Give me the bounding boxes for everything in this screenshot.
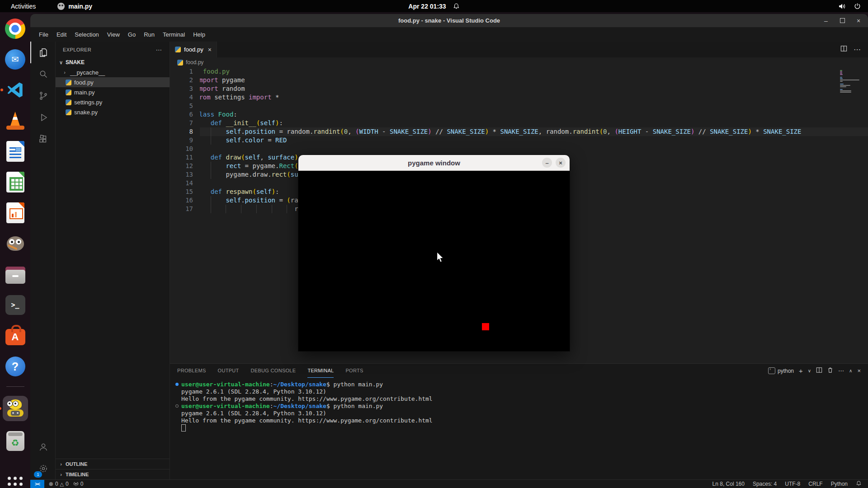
explorer-more-icon[interactable]: ⋯ [156, 46, 162, 53]
close-button[interactable]: × [855, 18, 862, 24]
vlc-icon[interactable] [5, 110, 26, 131]
indentation[interactable]: Spaces: 4 [753, 481, 777, 487]
pygame-close-button[interactable]: × [556, 158, 566, 168]
timeline-section[interactable]: › TIMELINE [56, 469, 170, 479]
chrome-icon[interactable] [5, 18, 26, 39]
code-line[interactable]: import pygame [200, 76, 868, 84]
shell-selector[interactable]: python [768, 367, 794, 374]
terminal-app-icon[interactable]: >_ [5, 294, 26, 316]
terminal-cursor [181, 424, 186, 432]
eol-sequence[interactable]: CRLF [808, 481, 822, 487]
menu-help[interactable]: Help [189, 31, 209, 38]
split-terminal-icon[interactable] [816, 367, 822, 375]
remote-indicator[interactable]: >< [30, 480, 44, 488]
split-editor-icon[interactable] [840, 45, 847, 54]
activities-button[interactable]: Activities [7, 3, 39, 10]
tab-ports[interactable]: PORTS [345, 364, 363, 378]
ubuntu-software-icon[interactable]: A [5, 325, 26, 347]
python-file-icon [66, 89, 71, 95]
problems-status[interactable]: ⊗ 0 △ 0 [49, 481, 69, 487]
tab-output[interactable]: OUTPUT [218, 364, 239, 378]
minimap[interactable] [840, 70, 861, 93]
terminal-content[interactable]: user@user-virtual-machine:~/Desktop/snak… [170, 378, 868, 479]
thunderbird-icon[interactable]: ✉ [5, 48, 26, 70]
editor-more-icon[interactable]: ⋯ [854, 45, 861, 54]
cursor-position[interactable]: Ln 8, Col 160 [712, 481, 745, 487]
libreoffice-calc-icon[interactable] [5, 171, 26, 193]
radio-tower-icon [73, 481, 79, 487]
tab-terminal[interactable]: TERMINAL [307, 364, 334, 378]
code-line[interactable] [200, 102, 868, 110]
run-debug-icon[interactable] [30, 107, 55, 128]
maximize-panel-icon[interactable]: ∧ [849, 368, 852, 373]
file-settings-py[interactable]: settings.py [56, 97, 170, 107]
menu-terminal[interactable]: Terminal [159, 31, 189, 38]
maximize-button[interactable] [839, 18, 845, 24]
encoding[interactable]: UTF-8 [785, 481, 800, 487]
new-terminal-icon[interactable]: + [799, 367, 803, 375]
clock[interactable]: Apr 22 01:33 [408, 3, 446, 10]
code-line[interactable]: from settings import * [200, 93, 868, 102]
pygame-minimize-button[interactable]: – [542, 158, 552, 168]
notifications-bell-icon[interactable] [856, 480, 862, 488]
folder-pycache[interactable]: › __pycache__ [56, 67, 170, 77]
trash-icon[interactable]: ♻ [5, 430, 26, 452]
code-line[interactable]: # food.py [200, 67, 868, 76]
menu-selection[interactable]: Selection [71, 31, 103, 38]
menu-view[interactable]: View [103, 31, 124, 38]
code-line[interactable]: self.color = RED [200, 136, 868, 145]
menu-file[interactable]: File [35, 31, 52, 38]
pygame-game-surface[interactable] [298, 171, 570, 351]
code-line[interactable]: self.position = random.randint(0, (WIDTH… [200, 127, 868, 136]
file-snake-py[interactable]: snake.py [56, 107, 170, 117]
extensions-icon[interactable] [30, 128, 55, 150]
tab-food-py[interactable]: food.py × [170, 42, 217, 57]
project-section-snake[interactable]: ∨ SNAKE [56, 57, 170, 67]
show-applications-icon[interactable] [5, 470, 26, 488]
panel-more-icon[interactable]: ⋯ [838, 367, 844, 374]
gimp-icon[interactable] [5, 233, 26, 254]
files-icon[interactable] [5, 263, 26, 285]
explorer-icon[interactable] [30, 42, 55, 63]
tab-problems[interactable]: PROBLEMS [177, 364, 206, 378]
volume-icon[interactable] [839, 3, 846, 9]
ports-status[interactable]: 0 [73, 481, 84, 487]
notification-bell-icon[interactable] [453, 3, 460, 9]
tab-close-icon[interactable]: × [208, 46, 212, 53]
menu-go[interactable]: Go [124, 31, 140, 38]
tab-debug-console[interactable]: DEBUG CONSOLE [251, 364, 296, 378]
code-line[interactable]: def __init__(self): [200, 119, 868, 127]
libreoffice-writer-icon[interactable] [5, 141, 26, 162]
language-mode[interactable]: Python [831, 481, 848, 487]
code-line[interactable]: import random [200, 84, 868, 93]
minimize-button[interactable]: – [823, 18, 829, 24]
outline-section[interactable]: › OUTLINE [56, 459, 170, 469]
breadcrumb[interactable]: food.py [170, 57, 868, 67]
command-success-dot[interactable] [175, 383, 179, 386]
vscode-icon[interactable] [5, 79, 26, 101]
menu-edit[interactable]: Edit [52, 31, 71, 38]
vscode-titlebar[interactable]: food.py - snake - Visual Studio Code – × [30, 14, 868, 28]
command-marker-circle[interactable] [175, 404, 179, 408]
account-icon[interactable] [30, 436, 55, 458]
libreoffice-impress-icon[interactable] [5, 202, 26, 224]
menu-run[interactable]: Run [140, 31, 159, 38]
pygame-titlebar[interactable]: pygame window – × [298, 155, 570, 171]
search-icon[interactable] [30, 63, 55, 85]
pygame-app-icon[interactable] [3, 396, 28, 421]
code-line[interactable]: class Food: [200, 110, 868, 119]
settings-gear-icon[interactable]: 1 [30, 458, 55, 479]
explorer-title: EXPLORER [63, 47, 91, 52]
close-panel-icon[interactable]: × [857, 367, 861, 374]
file-main-py[interactable]: main.py [56, 87, 170, 97]
power-icon[interactable] [854, 3, 861, 9]
code-line[interactable] [200, 145, 868, 153]
source-control-icon[interactable] [30, 85, 55, 107]
focused-app-indicator[interactable]: main.py [57, 3, 92, 10]
file-food-py[interactable]: food.py [56, 77, 170, 87]
help-icon[interactable]: ? [5, 356, 26, 377]
terminal-line: user@user-virtual-machine:~/Desktop/snak… [175, 403, 868, 410]
kill-terminal-icon[interactable] [827, 367, 833, 375]
terminal-dropdown-icon[interactable]: ∨ [808, 368, 811, 373]
pygame-window[interactable]: pygame window – × [298, 155, 570, 351]
